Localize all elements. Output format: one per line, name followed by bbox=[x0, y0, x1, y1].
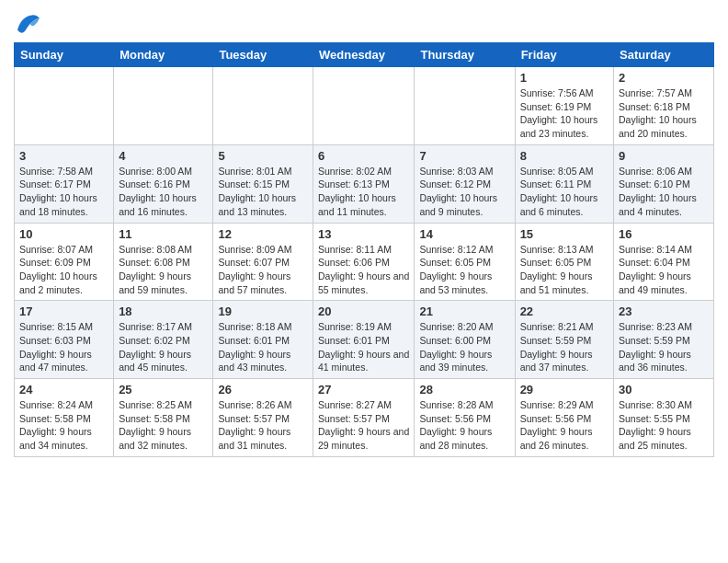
day-info: Sunrise: 8:05 AM Sunset: 6:11 PM Dayligh… bbox=[520, 165, 609, 219]
day-info: Sunrise: 8:14 AM Sunset: 6:04 PM Dayligh… bbox=[619, 243, 709, 297]
calendar-cell: 17Sunrise: 8:15 AM Sunset: 6:03 PM Dayli… bbox=[15, 301, 114, 379]
day-info: Sunrise: 8:19 AM Sunset: 6:01 PM Dayligh… bbox=[318, 320, 409, 374]
calendar-cell: 27Sunrise: 8:27 AM Sunset: 5:57 PM Dayli… bbox=[313, 379, 415, 457]
calendar-header-wednesday: Wednesday bbox=[313, 43, 415, 67]
day-number: 25 bbox=[119, 383, 208, 396]
day-number: 14 bbox=[419, 227, 509, 241]
calendar-cell: 4Sunrise: 8:00 AM Sunset: 6:16 PM Daylig… bbox=[114, 144, 213, 223]
day-info: Sunrise: 8:08 AM Sunset: 6:08 PM Dayligh… bbox=[119, 243, 208, 297]
calendar-cell: 18Sunrise: 8:17 AM Sunset: 6:02 PM Dayli… bbox=[114, 301, 213, 379]
day-number: 17 bbox=[19, 304, 108, 318]
day-info: Sunrise: 8:13 AM Sunset: 6:05 PM Dayligh… bbox=[520, 243, 609, 297]
day-info: Sunrise: 7:57 AM Sunset: 6:18 PM Dayligh… bbox=[619, 86, 709, 141]
calendar-cell: 7Sunrise: 8:03 AM Sunset: 6:12 PM Daylig… bbox=[415, 144, 515, 223]
calendar-week-row: 3Sunrise: 7:58 AM Sunset: 6:17 PM Daylig… bbox=[15, 144, 714, 223]
calendar-cell: 26Sunrise: 8:26 AM Sunset: 5:57 PM Dayli… bbox=[213, 379, 313, 457]
calendar-cell: 30Sunrise: 8:30 AM Sunset: 5:55 PM Dayli… bbox=[614, 379, 714, 457]
day-number: 29 bbox=[520, 383, 609, 396]
day-number: 28 bbox=[419, 383, 509, 396]
calendar-table: SundayMondayTuesdayWednesdayThursdayFrid… bbox=[14, 42, 714, 457]
day-info: Sunrise: 8:03 AM Sunset: 6:12 PM Dayligh… bbox=[419, 165, 509, 219]
day-info: Sunrise: 8:23 AM Sunset: 5:59 PM Dayligh… bbox=[619, 320, 709, 374]
day-info: Sunrise: 8:17 AM Sunset: 6:02 PM Dayligh… bbox=[119, 320, 208, 374]
day-info: Sunrise: 8:18 AM Sunset: 6:01 PM Dayligh… bbox=[218, 320, 308, 374]
calendar-cell: 13Sunrise: 8:11 AM Sunset: 6:06 PM Dayli… bbox=[313, 223, 415, 301]
calendar-cell: 5Sunrise: 8:01 AM Sunset: 6:15 PM Daylig… bbox=[213, 144, 313, 223]
calendar-cell: 20Sunrise: 8:19 AM Sunset: 6:01 PM Dayli… bbox=[313, 301, 415, 379]
day-info: Sunrise: 8:12 AM Sunset: 6:05 PM Dayligh… bbox=[419, 243, 509, 297]
day-info: Sunrise: 8:00 AM Sunset: 6:16 PM Dayligh… bbox=[119, 165, 208, 219]
calendar-cell bbox=[415, 67, 515, 145]
day-info: Sunrise: 8:15 AM Sunset: 6:03 PM Dayligh… bbox=[19, 320, 108, 374]
calendar-week-row: 24Sunrise: 8:24 AM Sunset: 5:58 PM Dayli… bbox=[15, 379, 714, 457]
logo-icon bbox=[14, 9, 43, 39]
day-number: 5 bbox=[218, 149, 308, 163]
calendar-cell bbox=[313, 67, 415, 145]
calendar-week-row: 17Sunrise: 8:15 AM Sunset: 6:03 PM Dayli… bbox=[15, 301, 714, 379]
day-number: 20 bbox=[318, 304, 409, 318]
day-info: Sunrise: 8:07 AM Sunset: 6:09 PM Dayligh… bbox=[19, 243, 108, 297]
calendar-week-row: 10Sunrise: 8:07 AM Sunset: 6:09 PM Dayli… bbox=[15, 223, 714, 301]
calendar-week-row: 1Sunrise: 7:56 AM Sunset: 6:19 PM Daylig… bbox=[15, 67, 714, 145]
calendar-cell: 29Sunrise: 8:29 AM Sunset: 5:56 PM Dayli… bbox=[515, 379, 613, 457]
day-number: 8 bbox=[520, 149, 609, 163]
day-info: Sunrise: 8:20 AM Sunset: 6:00 PM Dayligh… bbox=[419, 320, 509, 374]
calendar-cell: 28Sunrise: 8:28 AM Sunset: 5:56 PM Dayli… bbox=[415, 379, 515, 457]
day-info: Sunrise: 8:27 AM Sunset: 5:57 PM Dayligh… bbox=[318, 398, 409, 453]
calendar-cell: 25Sunrise: 8:25 AM Sunset: 5:58 PM Dayli… bbox=[114, 379, 213, 457]
page-container: SundayMondayTuesdayWednesdayThursdayFrid… bbox=[0, 0, 728, 466]
calendar-header-monday: Monday bbox=[114, 43, 213, 67]
day-number: 11 bbox=[119, 227, 208, 241]
day-info: Sunrise: 7:58 AM Sunset: 6:17 PM Dayligh… bbox=[19, 165, 108, 219]
day-number: 19 bbox=[218, 304, 308, 318]
day-number: 16 bbox=[619, 227, 709, 241]
day-info: Sunrise: 8:24 AM Sunset: 5:58 PM Dayligh… bbox=[19, 398, 108, 453]
calendar-cell: 11Sunrise: 8:08 AM Sunset: 6:08 PM Dayli… bbox=[114, 223, 213, 301]
calendar-cell: 24Sunrise: 8:24 AM Sunset: 5:58 PM Dayli… bbox=[15, 379, 114, 457]
calendar-cell: 23Sunrise: 8:23 AM Sunset: 5:59 PM Dayli… bbox=[614, 301, 714, 379]
day-number: 22 bbox=[520, 304, 609, 318]
day-info: Sunrise: 8:21 AM Sunset: 5:59 PM Dayligh… bbox=[520, 320, 609, 374]
day-number: 26 bbox=[218, 383, 308, 396]
calendar-cell: 16Sunrise: 8:14 AM Sunset: 6:04 PM Dayli… bbox=[614, 223, 714, 301]
day-number: 10 bbox=[19, 227, 108, 241]
calendar-cell: 8Sunrise: 8:05 AM Sunset: 6:11 PM Daylig… bbox=[515, 144, 613, 223]
calendar-cell: 19Sunrise: 8:18 AM Sunset: 6:01 PM Dayli… bbox=[213, 301, 313, 379]
day-number: 24 bbox=[19, 383, 108, 396]
calendar-cell: 15Sunrise: 8:13 AM Sunset: 6:05 PM Dayli… bbox=[515, 223, 613, 301]
day-number: 23 bbox=[619, 304, 709, 318]
day-number: 12 bbox=[218, 227, 308, 241]
calendar-header-row: SundayMondayTuesdayWednesdayThursdayFrid… bbox=[15, 43, 714, 67]
day-number: 1 bbox=[520, 71, 609, 85]
day-info: Sunrise: 8:06 AM Sunset: 6:10 PM Dayligh… bbox=[619, 165, 709, 219]
day-number: 6 bbox=[318, 149, 409, 163]
calendar-cell bbox=[114, 67, 213, 145]
day-number: 21 bbox=[419, 304, 509, 318]
day-info: Sunrise: 7:56 AM Sunset: 6:19 PM Dayligh… bbox=[520, 86, 609, 141]
day-number: 15 bbox=[520, 227, 609, 241]
calendar-cell: 14Sunrise: 8:12 AM Sunset: 6:05 PM Dayli… bbox=[415, 223, 515, 301]
day-info: Sunrise: 8:28 AM Sunset: 5:56 PM Dayligh… bbox=[419, 398, 509, 453]
day-info: Sunrise: 8:11 AM Sunset: 6:06 PM Dayligh… bbox=[318, 243, 409, 297]
calendar-cell: 9Sunrise: 8:06 AM Sunset: 6:10 PM Daylig… bbox=[614, 144, 714, 223]
calendar-cell: 22Sunrise: 8:21 AM Sunset: 5:59 PM Dayli… bbox=[515, 301, 613, 379]
day-info: Sunrise: 8:02 AM Sunset: 6:13 PM Dayligh… bbox=[318, 165, 409, 219]
day-number: 4 bbox=[119, 149, 208, 163]
day-number: 2 bbox=[619, 71, 709, 85]
day-number: 13 bbox=[318, 227, 409, 241]
calendar-cell: 3Sunrise: 7:58 AM Sunset: 6:17 PM Daylig… bbox=[15, 144, 114, 223]
logo bbox=[14, 9, 47, 39]
day-number: 30 bbox=[619, 383, 709, 396]
calendar-cell: 10Sunrise: 8:07 AM Sunset: 6:09 PM Dayli… bbox=[15, 223, 114, 301]
calendar-header-thursday: Thursday bbox=[415, 43, 515, 67]
day-info: Sunrise: 8:09 AM Sunset: 6:07 PM Dayligh… bbox=[218, 243, 308, 297]
calendar-header-friday: Friday bbox=[515, 43, 613, 67]
calendar-cell: 21Sunrise: 8:20 AM Sunset: 6:00 PM Dayli… bbox=[415, 301, 515, 379]
calendar-cell bbox=[213, 67, 313, 145]
calendar-header-saturday: Saturday bbox=[614, 43, 714, 67]
calendar-cell: 2Sunrise: 7:57 AM Sunset: 6:18 PM Daylig… bbox=[614, 67, 714, 145]
day-info: Sunrise: 8:29 AM Sunset: 5:56 PM Dayligh… bbox=[520, 398, 609, 453]
day-number: 3 bbox=[19, 149, 108, 163]
day-info: Sunrise: 8:30 AM Sunset: 5:55 PM Dayligh… bbox=[619, 398, 709, 453]
calendar-header-sunday: Sunday bbox=[15, 43, 114, 67]
